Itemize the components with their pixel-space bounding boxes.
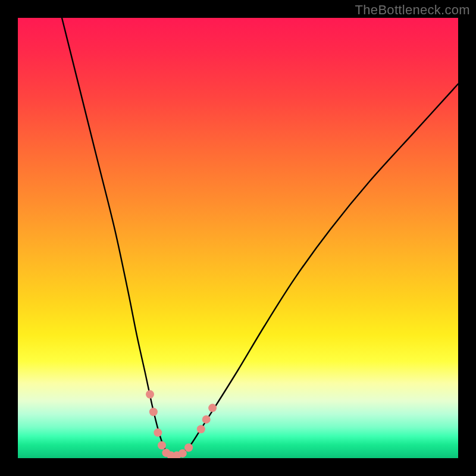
marker-dot — [178, 449, 187, 458]
marker-dot — [158, 441, 166, 450]
marker-dot — [146, 390, 154, 399]
marker-dot — [208, 404, 217, 412]
plot-area — [18, 18, 458, 458]
marker-dot — [149, 408, 158, 416]
marker-dot — [197, 425, 205, 433]
chart-frame: TheBottleneck.com — [0, 0, 476, 476]
marker-dot — [154, 428, 162, 437]
bottleneck-curve — [62, 18, 458, 456]
marker-dot — [184, 443, 193, 452]
watermark-text: TheBottleneck.com — [355, 2, 470, 18]
marker-dot — [202, 415, 211, 424]
curve-overlay — [18, 18, 458, 458]
